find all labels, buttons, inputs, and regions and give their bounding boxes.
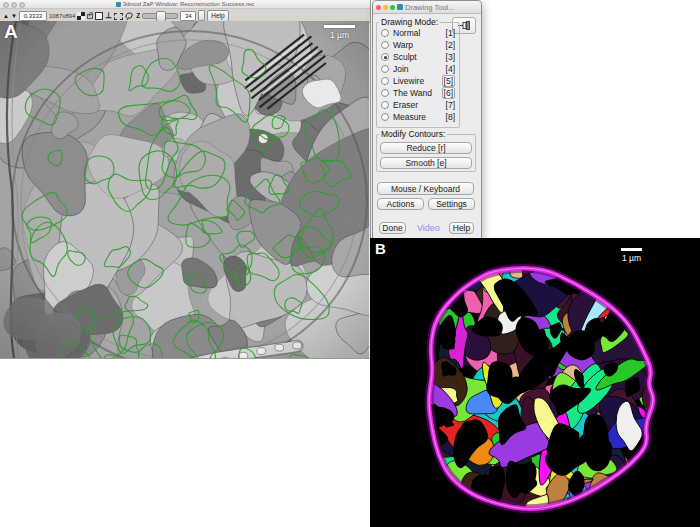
dialog-app-icon	[397, 4, 403, 10]
window-title: 3dmod ZaP Window: Reconstruction Success…	[0, 0, 370, 8]
smooth-button[interactable]: Smooth [e]	[380, 157, 472, 169]
done-button[interactable]: Done	[379, 222, 406, 234]
drawing-mode-options: Normal [1] Warp [2] Sculpt [3] Join [4]	[377, 27, 459, 123]
window-controls[interactable]	[3, 2, 25, 8]
drawing-tools-dialog: Drawing Tool... Drawing Mode: Normal [1]…	[372, 0, 482, 239]
drawing-mode-option-measure[interactable]: Measure [8]	[377, 111, 459, 123]
zap-titlebar[interactable]: 3dmod ZaP Window: Reconstruction Success…	[0, 0, 370, 9]
radio-icon[interactable]	[381, 77, 389, 85]
reduce-button[interactable]: Reduce [r]	[380, 142, 472, 154]
toolbar-help-button[interactable]: Help	[207, 10, 228, 22]
radio-icon[interactable]	[381, 53, 389, 61]
radio-icon[interactable]	[381, 89, 389, 97]
drawing-mode-option-sculpt[interactable]: Sculpt [3]	[377, 51, 459, 63]
scale-bar-label: 1 µm	[330, 30, 349, 40]
model-view-panel: B 1 µm	[370, 238, 700, 527]
help-button[interactable]: Help	[449, 222, 474, 234]
minimize-icon[interactable]	[383, 5, 388, 10]
rubberband-icon[interactable]	[114, 13, 123, 20]
document-icon	[116, 2, 121, 7]
drawing-mode-option-eraser[interactable]: Eraser [7]	[377, 99, 459, 111]
scale-bar-b: 1 µm	[621, 248, 642, 263]
z-slider[interactable]	[142, 13, 178, 19]
modify-contours-group: Modify Contours: Reduce [r] Smooth [e]	[376, 134, 476, 172]
mouse-keyboard-button[interactable]: Mouse / Keyboard	[377, 182, 474, 195]
zoom-input[interactable]: 0.3333	[19, 11, 47, 21]
close-icon[interactable]	[3, 2, 9, 8]
drawing-mode-option-warp[interactable]: Warp [2]	[377, 39, 459, 51]
modify-contours-heading: Modify Contours:	[379, 129, 447, 139]
scale-bar-line	[324, 25, 355, 28]
section-input[interactable]: 34	[180, 11, 196, 21]
radio-icon[interactable]	[381, 113, 389, 121]
radio-icon[interactable]	[381, 65, 389, 73]
drawing-mode-option-the-wand[interactable]: The Wand [6]	[377, 87, 459, 99]
zoom-up-icon[interactable]: ▲	[3, 13, 9, 19]
drawing-mode-heading: Drawing Mode:	[379, 17, 440, 27]
zoom-down-icon[interactable]: ▼	[11, 13, 17, 19]
section-spin-button[interactable]	[198, 10, 205, 21]
actions-button[interactable]: Actions	[377, 198, 424, 210]
scale-bar-line	[621, 248, 642, 251]
image-size-label: 1087x894	[49, 13, 75, 19]
dialog-title: Drawing Tool...	[405, 3, 454, 12]
radio-icon[interactable]	[381, 41, 389, 49]
dialog-window-controls[interactable]	[376, 5, 395, 10]
insert-point-icon[interactable]: ⊥	[105, 12, 112, 20]
drawing-mode-option-normal[interactable]: Normal [1]	[377, 27, 459, 39]
drawing-mode-option-livewire[interactable]: Livewire [5]	[377, 75, 459, 87]
scale-bar-a: 1 µm	[324, 25, 355, 40]
zap-window: 3dmod ZaP Window: Reconstruction Success…	[0, 0, 371, 359]
window-title-text: 3dmod ZaP Window: Reconstruction Success…	[123, 1, 255, 7]
radio-icon[interactable]	[381, 101, 389, 109]
center-square-icon[interactable]	[95, 12, 103, 20]
em-canvas[interactable]: A 1 µm	[0, 21, 369, 358]
lasso-icon[interactable]	[125, 11, 134, 20]
panel-b-label: B	[375, 240, 386, 257]
zoom-window-icon[interactable]	[390, 5, 395, 10]
figure: 3dmod ZaP Window: Reconstruction Success…	[0, 0, 700, 527]
checkerboard-icon[interactable]	[77, 12, 85, 20]
scale-bar-label: 1 µm	[622, 253, 641, 263]
radio-icon[interactable]	[381, 29, 389, 37]
em-image[interactable]	[0, 21, 369, 358]
video-link[interactable]: Video	[417, 223, 440, 233]
dialog-titlebar[interactable]: Drawing Tool...	[373, 1, 481, 14]
panel-a-label: A	[4, 21, 18, 43]
z-slider-label: Z	[136, 12, 140, 19]
zoom-window-icon[interactable]	[19, 2, 25, 8]
z-slider-handle[interactable]	[156, 11, 166, 22]
minimize-icon[interactable]	[11, 2, 17, 8]
drawing-mode-group: Drawing Mode: Normal [1] Warp [2] Sculpt…	[376, 22, 460, 128]
settings-button[interactable]: Settings	[428, 198, 475, 210]
model-render	[370, 238, 700, 527]
lock-icon[interactable]	[87, 14, 93, 19]
drawing-mode-option-join[interactable]: Join [4]	[377, 63, 459, 75]
close-icon[interactable]	[376, 5, 381, 10]
